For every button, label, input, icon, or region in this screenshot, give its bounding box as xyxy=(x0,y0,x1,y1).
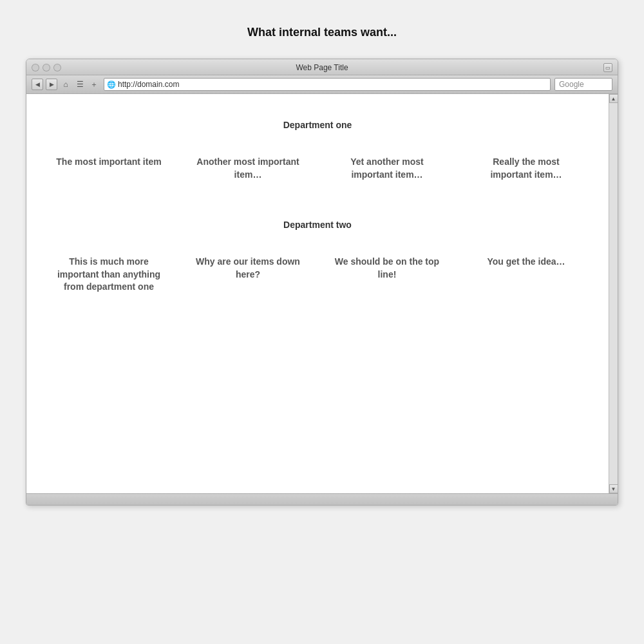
webpage-content: Department one The most important item A… xyxy=(26,94,609,493)
address-bar[interactable]: 🌐 http://domain.com xyxy=(104,78,551,91)
back-button[interactable]: ◀ xyxy=(32,79,43,90)
scroll-track[interactable] xyxy=(609,103,618,484)
scrollbar: ▲ ▼ xyxy=(609,94,618,493)
dept-two-item-3: We should be on the top line! xyxy=(326,249,448,287)
window-controls xyxy=(32,64,61,71)
dept-two-item-2: Why are our items down here? xyxy=(187,249,309,287)
resize-control: ▭ xyxy=(603,63,612,72)
dept-one-item-3: Yet another most important item… xyxy=(326,149,448,187)
department-one-heading: Department one xyxy=(39,120,596,130)
dept-two-item-4: You get the idea… xyxy=(465,249,587,275)
scroll-down-button[interactable]: ▼ xyxy=(609,484,618,493)
dept-two-item-1: This is much more important than anythin… xyxy=(48,249,170,300)
search-bar[interactable]: Google xyxy=(554,78,612,91)
close-button[interactable] xyxy=(32,64,39,71)
department-one-section: Department one The most important item A… xyxy=(39,120,596,187)
browser-title: Web Page Title xyxy=(296,63,348,72)
dept-one-item-1: The most important item xyxy=(48,149,170,175)
department-two-section: Department two This is much more importa… xyxy=(39,220,596,300)
home-icon[interactable]: ⌂ xyxy=(60,79,71,90)
browser-titlebar: Web Page Title ▭ xyxy=(26,59,618,75)
minimize-button[interactable] xyxy=(43,64,50,71)
page-heading: What internal teams want... xyxy=(247,26,397,39)
search-placeholder: Google xyxy=(559,80,584,89)
browser-statusbar xyxy=(26,493,618,505)
maximize-button[interactable] xyxy=(53,64,61,71)
resize-button[interactable]: ▭ xyxy=(603,63,612,72)
scroll-up-button[interactable]: ▲ xyxy=(609,94,618,103)
forward-button[interactable]: ▶ xyxy=(46,79,57,90)
browser-toolbar: ◀ ▶ ⌂ ☰ ＋ 🌐 http://domain.com Google xyxy=(26,75,618,94)
address-text: http://domain.com xyxy=(118,80,547,89)
dept-one-item-2: Another most important item… xyxy=(187,149,309,187)
department-two-items: This is much more important than anythin… xyxy=(39,249,596,300)
globe-icon: 🌐 xyxy=(107,80,116,89)
bookmarks-icon[interactable]: ☰ xyxy=(74,79,86,90)
department-one-items: The most important item Another most imp… xyxy=(39,149,596,187)
add-tab-icon[interactable]: ＋ xyxy=(88,79,100,90)
dept-one-item-4: Really the most important item… xyxy=(465,149,587,187)
browser-content: Department one The most important item A… xyxy=(26,94,618,493)
browser-window: Web Page Title ▭ ◀ ▶ ⌂ ☰ ＋ 🌐 http://doma… xyxy=(26,59,618,506)
department-two-heading: Department two xyxy=(39,220,596,230)
